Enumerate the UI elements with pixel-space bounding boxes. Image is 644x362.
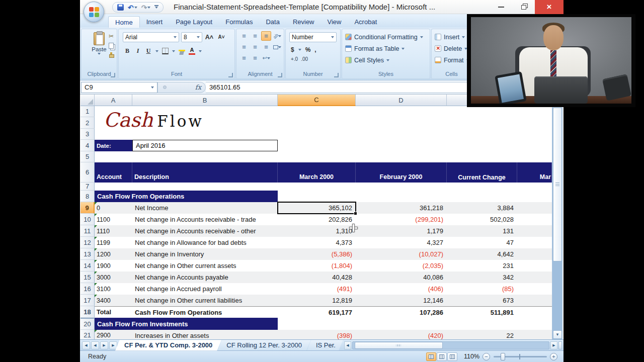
bold-button[interactable]: B <box>124 47 131 55</box>
sheet-tab-is-per[interactable]: IS Per. <box>307 340 343 351</box>
header-account[interactable]: Account <box>95 162 132 183</box>
undo-button[interactable]: ↶ <box>128 4 137 11</box>
cell[interactable] <box>517 214 552 225</box>
date-label-cell[interactable]: Date: <box>95 140 132 151</box>
cell-value[interactable]: (299,201) <box>356 214 447 225</box>
cell-value[interactable]: 4,642 <box>447 248 517 260</box>
percent-style-button[interactable]: % <box>305 46 311 53</box>
cell-description[interactable]: Increases in Other assets <box>132 330 278 339</box>
cell-description[interactable]: Net change in Other current liabilities <box>132 295 278 306</box>
cell-value[interactable]: 12,819 <box>278 295 356 306</box>
cell-value[interactable]: 342 <box>447 272 517 283</box>
cell[interactable] <box>95 183 552 191</box>
cell-account[interactable]: 1900 <box>95 260 132 272</box>
row-header[interactable]: 12 <box>80 237 95 248</box>
format-as-table-button[interactable]: Format as Table <box>342 43 430 54</box>
alignment-dialog-launcher[interactable] <box>278 73 282 77</box>
cell[interactable] <box>447 191 517 202</box>
horizontal-scrollbar[interactable] <box>352 341 549 349</box>
increase-decimal-button[interactable]: +.0 <box>291 56 298 62</box>
tab-acrobat[interactable]: Acrobat <box>348 16 383 28</box>
row-header[interactable]: 8 <box>80 191 95 202</box>
office-button[interactable] <box>84 2 104 22</box>
restore-button[interactable] <box>512 0 535 14</box>
row-header[interactable]: 20 <box>80 318 95 330</box>
cell-value[interactable]: 1,179 <box>356 225 447 237</box>
cell-account[interactable]: 1110 <box>95 225 132 237</box>
cell[interactable] <box>356 318 447 330</box>
row-header[interactable]: 10 <box>80 214 95 225</box>
cell-value[interactable]: 40,086 <box>356 272 447 283</box>
paste-button[interactable]: Paste <box>88 32 111 56</box>
cell[interactable] <box>517 330 552 339</box>
cell-description[interactable]: Net change in Accounts receivable - trad… <box>132 214 278 225</box>
align-bottom-button[interactable]: ≡ <box>261 31 271 41</box>
cell-value[interactable]: 3,884 <box>447 202 517 214</box>
accounting-format-button[interactable]: $ <box>291 46 294 53</box>
copy-icon[interactable] <box>109 43 114 49</box>
column-header-a[interactable]: A <box>95 95 132 106</box>
align-right-button[interactable]: ≡ <box>261 42 271 52</box>
tab-split-handle[interactable] <box>558 341 562 349</box>
header-march-2000[interactable]: March 2000 <box>278 162 356 183</box>
align-middle-button[interactable]: ≡ <box>250 31 260 41</box>
cell-account[interactable]: 2900 <box>95 330 132 339</box>
cell[interactable] <box>517 237 552 248</box>
cell-value[interactable]: 1,310 <box>278 225 356 237</box>
cell-account[interactable]: 1199 <box>95 237 132 248</box>
name-box[interactable]: C9 <box>81 82 157 93</box>
cell-value[interactable]: (1,804) <box>278 260 356 272</box>
cell-value[interactable]: 619,177 <box>278 306 356 318</box>
column-header-d[interactable]: D <box>356 95 447 106</box>
cell-description[interactable]: Net change in Other current assets <box>132 260 278 272</box>
row-header[interactable]: 5 <box>80 151 95 162</box>
section-header-cell[interactable]: Cash Flow From Operations <box>95 191 278 202</box>
cell-value[interactable]: (2,035) <box>356 260 447 272</box>
number-format-combobox[interactable]: Number <box>289 32 337 42</box>
decrease-indent-button[interactable]: ≡ <box>239 53 249 63</box>
grow-font-button[interactable]: A˄ <box>204 32 214 42</box>
cell-account[interactable]: Total <box>95 306 132 318</box>
row-header[interactable]: 11 <box>80 225 95 237</box>
font-size-combobox[interactable]: 8 <box>181 32 202 42</box>
orientation-button[interactable]: ab <box>272 31 282 41</box>
cell[interactable] <box>278 191 356 202</box>
cell-value[interactable]: 673 <box>447 295 517 306</box>
cell[interactable] <box>517 260 552 272</box>
vertical-scrollbar[interactable]: ▲ ▼ <box>552 95 562 339</box>
cell[interactable] <box>517 318 552 330</box>
cell[interactable] <box>517 202 552 214</box>
zoom-level[interactable]: 110% <box>464 353 479 360</box>
header-partial[interactable]: Mar <box>517 162 552 183</box>
font-name-combobox[interactable]: Arial <box>123 32 179 42</box>
row-header[interactable]: 13 <box>80 248 95 260</box>
cell[interactable] <box>278 318 356 330</box>
minimize-button[interactable] <box>490 0 512 14</box>
align-center-button[interactable]: ≡ <box>250 42 260 52</box>
clipboard-dialog-launcher[interactable] <box>111 73 115 77</box>
cell-description[interactable]: Cash Flow From Operations <box>132 306 278 318</box>
cell-value[interactable]: (398) <box>278 330 356 339</box>
cell-value[interactable]: 12,146 <box>356 295 447 306</box>
insert-cells-button[interactable]: Insert <box>432 31 471 43</box>
last-sheet-icon[interactable]: ▶ <box>109 341 117 349</box>
cell-value[interactable]: (10,027) <box>356 248 447 260</box>
page-break-view-button[interactable] <box>447 352 457 361</box>
cell-value[interactable]: (420) <box>356 330 447 339</box>
merge-center-button[interactable] <box>272 42 282 52</box>
horizontal-scroll-thumb[interactable] <box>355 342 443 349</box>
underline-button[interactable]: U <box>145 47 152 55</box>
cell-description[interactable]: Net Income <box>132 202 278 214</box>
column-header-b[interactable]: B <box>132 95 278 106</box>
cell-account[interactable]: 3000 <box>95 272 132 283</box>
cell-account[interactable]: 1100 <box>95 214 132 225</box>
tab-page-layout[interactable]: Page Layout <box>169 16 219 28</box>
shrink-font-button[interactable]: A˅ <box>216 32 226 42</box>
tab-view[interactable]: View <box>321 16 348 28</box>
cell-description[interactable]: Net change in Accounts payable <box>132 272 278 283</box>
cell[interactable] <box>278 140 552 151</box>
wrap-text-button[interactable]: ↩ <box>261 53 271 63</box>
cell-value[interactable]: (406) <box>356 283 447 295</box>
tab-formulas[interactable]: Formulas <box>219 16 259 28</box>
borders-icon[interactable] <box>162 48 169 54</box>
